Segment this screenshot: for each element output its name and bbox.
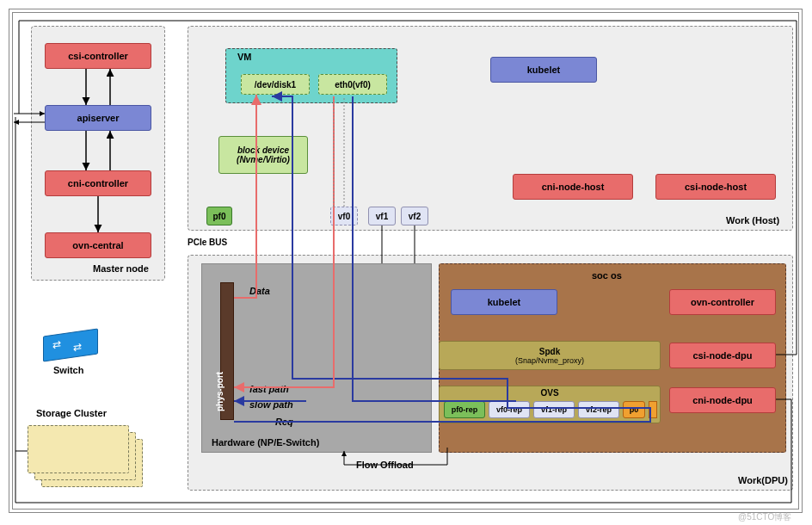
eth-box: eth0(vf0) (318, 74, 387, 95)
work-dpu-label: Work(DPU) (738, 475, 788, 485)
block-device-box: block device (Nvme/Virtio) (218, 136, 308, 174)
storage-label: Storage Cluster (36, 408, 107, 418)
fast-path-label: fast path (249, 384, 289, 394)
kubelet-dpu-box: kubelet (451, 289, 557, 315)
vf1-box: vf1 (368, 207, 396, 225)
ovn-controller-box: ovn-controller (669, 289, 776, 315)
csi-node-dpu-box: csi-node-dpu (669, 343, 776, 368)
slow-path-label: slow path (249, 399, 293, 410)
csi-node-host-box: csi-node-host (655, 174, 776, 200)
storage-stack-1 (28, 425, 129, 473)
pcie-label: PCIe BUS (188, 238, 227, 247)
csi-controller-box: csi-controller (45, 43, 151, 69)
pf0-rep-box: pf0-rep (444, 401, 485, 418)
ovn-central-box: ovn-central (45, 232, 151, 258)
cni-controller-box: cni-controller (45, 170, 151, 196)
spdk-label: Spdk (539, 347, 560, 356)
work-host-label: Work (Host) (726, 215, 779, 225)
flow-offload-label: Flow Offload (356, 460, 414, 470)
hardware-label: Hardware (NP/E-Switch) (212, 437, 319, 448)
vm-label: VM (237, 52, 252, 62)
p0-box: p0 (623, 401, 645, 418)
cni-node-host-box: cni-node-host (513, 174, 633, 200)
cni-node-dpu-box: cni-node-dpu (669, 387, 776, 413)
watermark: @51CTO博客 (738, 511, 791, 523)
data-label: Data (249, 286, 270, 296)
spdk-box: Spdk (Snap/Nvme_proxy) (439, 341, 661, 370)
vf2-rep-box: vf2-rep (578, 401, 619, 418)
req-label: Req (275, 417, 293, 427)
vf0-rep-box: vf0-rep (489, 401, 530, 418)
phys-port-label: phys-port (215, 372, 225, 411)
vf2-box: vf2 (401, 207, 428, 225)
kubelet-host-box: kubelet (490, 57, 597, 83)
master-node-label: Master node (93, 263, 149, 274)
dev-disk-box: /dev/disk1 (241, 74, 310, 95)
spdk-sub-label: (Snap/Nvme_proxy) (515, 356, 584, 365)
hardware-box (201, 263, 432, 453)
soc-os-label: soc os (592, 270, 622, 281)
vf0-box: vf0 (330, 207, 358, 225)
switch-label: Switch (53, 365, 83, 375)
apiserver-box: apiserver (45, 105, 151, 131)
pf0-box: pf0 (206, 207, 232, 225)
vf1-rep-box: vf1-rep (533, 401, 575, 418)
